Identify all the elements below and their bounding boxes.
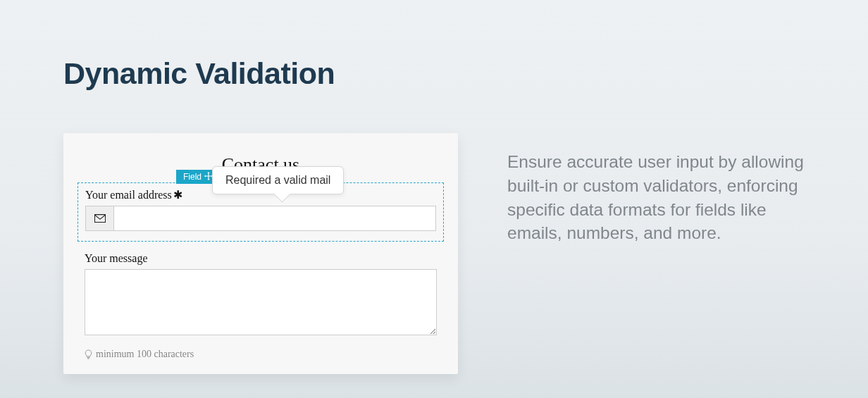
feature-description: Ensure accurate user input by allowing b…: [507, 133, 805, 245]
bulb-icon: [85, 349, 92, 360]
message-field-block: Your message: [85, 252, 437, 338]
envelope-icon: [86, 206, 114, 230]
hint-row: minimum 100 characters: [85, 349, 437, 360]
email-label-text: Your email address: [85, 189, 172, 201]
required-icon: ✱: [173, 189, 182, 201]
message-label: Your message: [85, 252, 437, 265]
email-input-row: [85, 206, 436, 231]
email-input[interactable]: [114, 206, 435, 230]
validation-tooltip: Required a valid mail: [212, 166, 344, 194]
field-tag-label: Field: [183, 172, 202, 182]
form-preview-card: Contact us Field Required a valid mail Y…: [63, 133, 458, 374]
hint-text: minimum 100 characters: [96, 349, 194, 360]
page-heading: Dynamic Validation: [63, 56, 805, 91]
message-textarea[interactable]: [85, 269, 437, 335]
